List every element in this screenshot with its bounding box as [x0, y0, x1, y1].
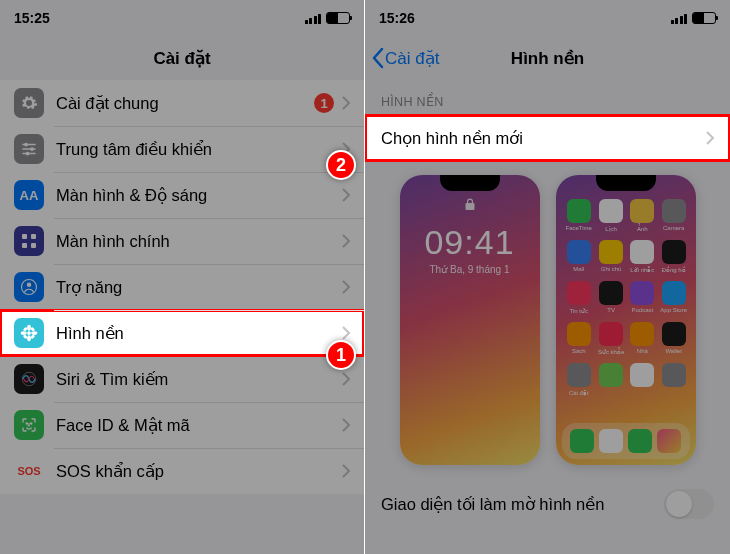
chevron-right-icon — [342, 418, 350, 432]
home-app-grid: FaceTimeLịchẢnhCameraMailGhi chúLời nhắc… — [556, 175, 696, 396]
row-label: Face ID & Mật mã — [56, 416, 342, 435]
signal-icon — [671, 13, 688, 24]
app-icon — [567, 240, 591, 264]
app-label: Đồng hồ — [662, 266, 686, 273]
svg-point-20 — [30, 334, 35, 339]
row-label: Hình nền — [56, 324, 342, 343]
status-bar: 15:26 — [365, 0, 730, 36]
row-label: SOS khẩn cấp — [56, 462, 342, 481]
chevron-right-icon — [342, 372, 350, 386]
dock-app-icon — [599, 429, 623, 453]
display-icon: AA — [14, 180, 44, 210]
status-icons — [671, 12, 717, 24]
row-label: Trợ năng — [56, 278, 342, 297]
svg-point-12 — [27, 331, 31, 335]
svg-point-22 — [26, 423, 27, 424]
home-app — [660, 363, 687, 396]
app-icon — [662, 281, 686, 305]
home-app: FaceTime — [566, 199, 592, 232]
app-icon — [599, 363, 623, 387]
home-app: TV — [598, 281, 624, 314]
general-icon — [14, 88, 44, 118]
chevron-right-icon — [342, 188, 350, 202]
home-app — [598, 363, 624, 396]
page-title: Hình nền — [511, 48, 584, 69]
home-app: Tin tức — [566, 281, 592, 314]
app-icon — [567, 281, 591, 305]
status-time: 15:25 — [14, 10, 50, 26]
settings-root-screen: 15:25 Cài đặt Cài đặt chung1Trung tâm đi… — [0, 0, 365, 554]
settings-row-accessibility[interactable]: Trợ năng — [0, 264, 364, 310]
chevron-right-icon — [342, 234, 350, 248]
home-app: Cài đặt — [566, 363, 592, 396]
app-icon — [630, 281, 654, 305]
notch — [440, 175, 500, 191]
row-label: Màn hình chính — [56, 232, 342, 251]
svg-point-14 — [27, 335, 31, 341]
app-label: Podcast — [631, 307, 653, 313]
app-label: Wallet — [665, 348, 681, 354]
home-icon — [14, 226, 44, 256]
settings-row-faceid[interactable]: Face ID & Mật mã — [0, 402, 364, 448]
svg-point-23 — [31, 423, 32, 424]
app-icon — [662, 363, 686, 387]
faceid-icon — [14, 410, 44, 440]
app-icon — [630, 322, 654, 346]
app-icon — [630, 199, 654, 223]
settings-row-general[interactable]: Cài đặt chung1 — [0, 80, 364, 126]
wallpaper-preview: 09:41 Thứ Ba, 9 tháng 1 FaceTimeLịchẢnhC… — [365, 161, 730, 479]
notch — [596, 175, 656, 191]
svg-point-16 — [31, 331, 37, 335]
svg-rect-7 — [31, 234, 36, 239]
battery-icon — [326, 12, 350, 24]
settings-row-wallpaper[interactable]: Hình nền — [0, 310, 364, 356]
dark-appearance-toggle[interactable] — [664, 489, 714, 519]
svg-point-11 — [27, 283, 32, 288]
app-icon — [662, 199, 686, 223]
status-icons — [305, 12, 351, 24]
back-button[interactable]: Cài đặt — [371, 47, 439, 69]
app-label: App Store — [660, 307, 687, 313]
wallpaper-screen: 15:26 Cài đặt Hình nền HÌNH NỀN Chọn hìn… — [365, 0, 730, 554]
settings-list[interactable]: Cài đặt chung1Trung tâm điều khiểnAAMàn … — [0, 80, 364, 494]
control-icon — [14, 134, 44, 164]
svg-point-3 — [24, 143, 28, 147]
homescreen-preview[interactable]: FaceTimeLịchẢnhCameraMailGhi chúLời nhắc… — [556, 175, 696, 465]
settings-row-sos[interactable]: SOSSOS khẩn cấp — [0, 448, 364, 494]
settings-row-control[interactable]: Trung tâm điều khiển — [0, 126, 364, 172]
svg-rect-8 — [22, 243, 27, 248]
lockscreen-preview[interactable]: 09:41 Thứ Ba, 9 tháng 1 — [400, 175, 540, 465]
app-icon — [599, 240, 623, 264]
page-title: Cài đặt — [153, 48, 210, 69]
chevron-right-icon — [342, 464, 350, 478]
settings-row-home[interactable]: Màn hình chính — [0, 218, 364, 264]
app-label: Lời nhắc — [630, 266, 654, 273]
chevron-left-icon — [371, 47, 385, 69]
home-app: Sách — [566, 322, 592, 355]
signal-icon — [305, 13, 322, 24]
home-app: Lời nhắc — [630, 240, 654, 273]
section-header: HÌNH NỀN — [365, 80, 730, 115]
dock — [562, 423, 690, 459]
choose-wallpaper-row[interactable]: Chọn hình nền mới — [365, 115, 730, 161]
settings-row-siri[interactable]: Siri & Tìm kiếm — [0, 356, 364, 402]
home-app: Sức khỏe — [598, 322, 624, 355]
app-label: Mail — [573, 266, 584, 272]
svg-rect-6 — [22, 234, 27, 239]
home-app: Mail — [566, 240, 592, 273]
home-app: Podcast — [630, 281, 654, 314]
app-label: Cài đặt — [569, 389, 589, 396]
home-app: Lịch — [598, 199, 624, 232]
app-label: Ghi chú — [601, 266, 622, 272]
app-icon — [630, 240, 654, 264]
app-icon — [567, 199, 591, 223]
home-app: Ghi chú — [598, 240, 624, 273]
app-label: Lịch — [605, 225, 617, 232]
dock-app-icon — [570, 429, 594, 453]
settings-row-display[interactable]: AAMàn hình & Độ sáng — [0, 172, 364, 218]
app-label: Tin tức — [570, 307, 588, 314]
home-app: App Store — [660, 281, 687, 314]
wallpaper-icon — [14, 318, 44, 348]
row-label: Trung tâm điều khiển — [56, 140, 342, 159]
app-icon — [567, 363, 591, 387]
